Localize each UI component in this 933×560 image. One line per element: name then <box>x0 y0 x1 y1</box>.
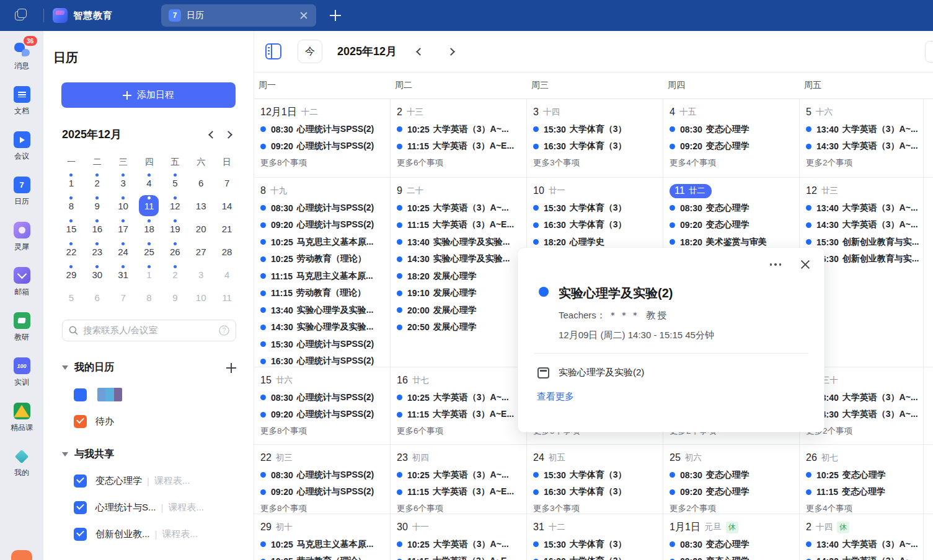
day-cell[interactable]: 29初十10:25马克思主义基本原...10:25劳动教育（理论） <box>254 514 391 560</box>
mini-day-cell[interactable]: 12 <box>162 195 188 217</box>
event-item[interactable]: 10:25大学英语（3）A~... <box>397 389 525 406</box>
event-item[interactable]: 11:15大学英语（3）A~E... <box>397 406 525 424</box>
shared-calendar-item[interactable]: 变态心理学|课程表... <box>74 475 254 488</box>
mini-day-cell[interactable]: 2 <box>162 263 188 286</box>
collapse-triangle-icon[interactable] <box>62 452 68 457</box>
event-item[interactable]: 10:25大学英语（3）A~... <box>397 121 525 138</box>
mini-day-cell[interactable]: 25 <box>136 240 162 263</box>
day-cell[interactable]: 16廿七10:25大学英语（3）A~...11:15大学英语（3）A~E...更… <box>391 367 527 444</box>
mini-day-cell[interactable]: 8 <box>58 195 84 217</box>
event-item[interactable]: 15:30心理统计与SPSS(2) <box>260 336 389 353</box>
event-item[interactable]: 11:15变态心理学 <box>806 484 922 501</box>
mini-day-cell[interactable]: 22 <box>58 240 84 263</box>
event-item[interactable]: 08:30变态心理学 <box>670 199 798 217</box>
day-cell[interactable]: 30十一10:25大学英语（3）A~...11:15大学英语（3）A~E... <box>391 514 527 560</box>
mini-day-cell[interactable]: 4 <box>136 172 162 194</box>
day-cell[interactable]: 12月1日十二08:30心理统计与SPSS(2)09:20心理统计与SPSS(2… <box>254 99 391 177</box>
event-item[interactable]: 09:20心理统计与SPSS(2) <box>260 484 389 501</box>
tab-close-icon[interactable] <box>299 11 309 20</box>
rail-item-消息[interactable]: 36消息 <box>0 41 43 86</box>
more-events-link[interactable]: 更多8个事项 <box>260 501 389 514</box>
more-events-link[interactable]: 更多3个事项 <box>533 501 661 514</box>
event-item[interactable]: 16:30大学体育（3） <box>533 138 661 155</box>
more-events-link[interactable]: 更多2个事项 <box>806 155 922 171</box>
event-item[interactable]: 10:25大学英语（3）A~... <box>397 536 525 553</box>
mini-day-cell[interactable]: 5 <box>162 172 188 194</box>
event-item[interactable]: 10:25变态心理学 <box>806 466 922 484</box>
mini-day-cell[interactable]: 28 <box>214 240 240 263</box>
mini-day-cell[interactable]: 16 <box>84 217 110 240</box>
shared-calendar-checkbox[interactable] <box>74 528 87 541</box>
add-schedule-button[interactable]: 添加日程 <box>61 82 236 108</box>
new-tab-button[interactable] <box>330 10 341 21</box>
mini-day-cell[interactable]: 26 <box>162 240 188 263</box>
event-item[interactable]: 09:20变态心理学 <box>670 484 798 501</box>
rail-item-日历[interactable]: 7日历 <box>0 177 43 222</box>
rail-item-邮箱[interactable]: 邮箱 <box>0 267 43 312</box>
mini-day-cell[interactable]: 10 <box>110 195 136 217</box>
event-item[interactable]: 11:15大学英语（3）A~E... <box>397 217 525 234</box>
event-item[interactable]: 10:25劳动教育（理论） <box>260 251 389 268</box>
mini-day-cell[interactable]: 5 <box>58 286 84 308</box>
help-icon[interactable]: ? <box>219 325 229 336</box>
mini-day-cell[interactable]: 6 <box>84 286 110 308</box>
mini-day-cell[interactable]: 23 <box>84 240 110 263</box>
mini-day-cell[interactable]: 10 <box>188 286 214 308</box>
todo-calendar-item[interactable]: 待办 <box>74 415 254 428</box>
event-item[interactable]: 08:30心理统计与SPSS(2) <box>260 199 389 217</box>
event-item[interactable]: 11:15马克思主义基本原... <box>260 268 389 285</box>
event-item[interactable]: 10:25劳动教育（理论） <box>260 553 389 560</box>
more-events-link[interactable]: 更多4个事项 <box>670 155 798 171</box>
today-button[interactable]: 今 <box>298 40 322 63</box>
view-switcher-partial[interactable] <box>925 41 933 63</box>
mini-day-cell[interactable]: 11 <box>136 195 162 217</box>
mini-day-cell[interactable]: 4 <box>214 263 240 286</box>
mini-day-cell[interactable]: 29 <box>58 263 84 286</box>
event-item[interactable]: 08:30心理统计与SPSS(2) <box>260 121 389 138</box>
event-item[interactable]: 15:30创新创业教育与实... <box>806 234 922 251</box>
mini-day-cell[interactable]: 7 <box>110 286 136 308</box>
shared-calendar-item[interactable]: 心理统计与S...|课程表... <box>74 501 254 514</box>
more-actions-icon[interactable] <box>767 261 784 268</box>
day-cell[interactable]: 26初七10:25变态心理学11:15变态心理学更多4个事项 <box>800 445 924 514</box>
event-item[interactable]: 11:15大学英语（3）A~E... <box>397 553 525 560</box>
mini-day-cell[interactable]: 7 <box>214 172 240 194</box>
mini-day-cell[interactable]: 14 <box>214 195 240 217</box>
day-cell[interactable]: 3十四15:30大学体育（3）16:30大学体育（3）更多3个事项 <box>527 99 663 177</box>
event-item[interactable]: 18:20发展心理学 <box>397 268 525 285</box>
mini-day-cell[interactable]: 19 <box>162 217 188 240</box>
event-item[interactable]: 15:30大学体育（3） <box>533 199 661 217</box>
day-cell[interactable]: 5十六13:40大学英语（3）A~...14:30大学英语（3）A~...更多2… <box>800 99 924 177</box>
day-cell[interactable]: 15廿六08:30心理统计与SPSS(2)09:20心理统计与SPSS(2)更多… <box>254 367 391 444</box>
rail-item-我的[interactable]: 我的 <box>0 448 43 493</box>
event-item[interactable]: 14:30实验心理学及实验... <box>260 319 389 336</box>
event-item[interactable]: 16:30大学体育（3） <box>533 484 661 501</box>
event-item[interactable]: 13:40大学英语（3）A~... <box>806 199 922 217</box>
tab-calendar[interactable]: 7 日历 <box>161 4 316 27</box>
todo-checkbox[interactable] <box>74 415 87 428</box>
mini-day-cell[interactable]: 15 <box>58 217 84 240</box>
event-item[interactable]: 14:30大学英语（3）A~... <box>806 138 922 155</box>
event-item[interactable]: 13:40实验心理学及实验... <box>260 302 389 319</box>
rail-item-文档[interactable]: 文档 <box>0 86 43 131</box>
more-events-link[interactable]: 更多6个事项 <box>397 423 525 439</box>
mini-day-cell[interactable]: 3 <box>110 172 136 194</box>
event-item[interactable]: 10:25马克思主义基本原... <box>260 234 389 251</box>
event-item[interactable]: 13:40大学英语（3）A~... <box>806 536 922 553</box>
rail-item-会议[interactable]: 会议 <box>0 131 43 177</box>
more-events-link[interactable]: 更多8个事项 <box>260 155 389 171</box>
mini-day-cell[interactable]: 1 <box>58 172 84 194</box>
event-item[interactable]: 19:10发展心理学 <box>397 285 525 302</box>
mini-day-cell[interactable]: 31 <box>110 263 136 286</box>
day-cell[interactable]: 24初五15:30大学体育（3）16:30大学体育（3）更多3个事项 <box>527 445 663 514</box>
mini-day-cell[interactable]: 17 <box>110 217 136 240</box>
mini-day-cell[interactable]: 11 <box>214 286 240 308</box>
event-item[interactable]: 11:15大学英语（3）A~E... <box>397 484 525 501</box>
rail-bottom-button[interactable] <box>11 550 32 560</box>
event-item[interactable]: 08:30心理统计与SPSS(2) <box>260 389 389 406</box>
popup-close-icon[interactable] <box>800 259 811 270</box>
my-calendar-item[interactable] <box>74 388 254 401</box>
event-item[interactable]: 13:40大学英语（3）A~... <box>806 121 922 138</box>
add-calendar-button[interactable] <box>226 363 236 373</box>
day-cell[interactable]: 1月1日元旦休08:30变态心理学09:20变态心理学 <box>663 514 800 560</box>
